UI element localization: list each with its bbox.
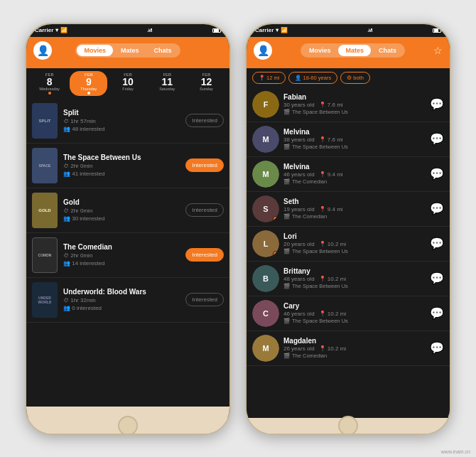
mate-name-melvina1: Melvina — [283, 128, 426, 136]
date-item-feb9[interactable]: Feb 9 Thursday — [70, 71, 107, 96]
mate-avatar-seth: S — [252, 195, 279, 222]
filter-both[interactable]: ⚙ both — [340, 72, 370, 84]
mate-item-magdalen: M Magdalen 26 years old 📍 10.2 mi 🎬The C… — [247, 331, 450, 366]
mate-movie-fabian: 🎬The Space Between Us — [283, 109, 426, 115]
movie-interested-space: 👥 41 interested — [63, 171, 180, 177]
movie-duration-split: ⏱ 1hr 57min — [63, 118, 180, 124]
mate-avatar-brittany: B — [252, 265, 279, 292]
chat-btn-brittany[interactable]: 💬 — [430, 271, 444, 285]
home-button[interactable] — [118, 416, 138, 435]
mate-info-brittany: Brittany 48 years old 📍 10.2 mi 🎬The Spa… — [283, 267, 426, 289]
movie-info-underworld: Underworld: Blood Wars ⏱ 1hr 32min 👥 0 i… — [63, 282, 180, 318]
right-phone: Carrier ▾ 📶 10:47 AM 👤 Movies Mates Chat… — [245, 23, 451, 435]
mate-info-melvina1: Melvina 38 years old 📍 7.6 mi 🎬The Space… — [283, 128, 426, 150]
interested-btn-gold[interactable]: Interested — [185, 203, 224, 217]
mate-avatar-fabian: F — [252, 91, 279, 118]
mate-movie-melvina1: 🎬The Space Between Us — [283, 144, 426, 150]
mate-item-melvina1: M Melvina 38 years old 📍 7.6 mi 🎬The Spa… — [247, 122, 450, 157]
movie-poster-space: SPACE — [32, 148, 58, 183]
chat-btn-cary[interactable]: 💬 — [430, 306, 444, 320]
mate-avatar-cary: C — [252, 300, 279, 327]
mate-name-magdalen: Magdalen — [283, 337, 426, 345]
interested-btn-comedian[interactable]: Interested — [185, 248, 224, 262]
tab-chats-right[interactable]: Chats — [372, 45, 404, 56]
chat-btn-lori[interactable]: 💬 — [430, 237, 444, 250]
app-header-right: 👤 Movies Mates Chats ☆ — [247, 37, 450, 68]
tab-movies-right[interactable]: Movies — [302, 45, 338, 56]
movie-interested-gold: 👥 30 interested — [63, 215, 180, 222]
interested-btn-underworld[interactable]: Interested — [185, 293, 224, 306]
movie-item-underworld: UNDER WORLD Underworld: Blood Wars ⏱ 1hr… — [26, 278, 229, 323]
tab-movies[interactable]: Movies — [77, 45, 113, 56]
movie-duration-gold: ⏱ 2hr 0min — [63, 208, 180, 214]
mate-info-magdalen: Magdalen 26 years old 📍 10.2 mi 🎬The Com… — [283, 337, 426, 359]
date-item-feb11[interactable]: Feb 11 Saturday — [148, 71, 186, 96]
movie-title-split: Split — [63, 109, 180, 117]
battery-area — [212, 28, 221, 33]
user-avatar-right[interactable]: 👤 — [254, 41, 272, 60]
mate-item-lori: L Lori 20 years old 📍 10.2 mi 🎬The Space… — [247, 227, 450, 262]
chat-btn-melvina2[interactable]: 💬 — [430, 167, 444, 181]
mate-name-cary: Cary — [283, 302, 426, 310]
mates-filters: 📍 12 mi 👤 18-60 years ⚙ both — [247, 68, 450, 87]
mate-info-seth: Seth 19 years old 📍 9.4 mi 🎬The Comedian — [283, 198, 426, 220]
mate-age-dist-brittany: 48 years old 📍 10.2 mi — [283, 276, 426, 282]
tab-mates[interactable]: Mates — [114, 45, 146, 56]
user-avatar[interactable]: 👤 — [33, 41, 52, 60]
home-button-right[interactable] — [338, 416, 358, 435]
movie-info-comedian: The Comedian ⏱ 2hr 0min 👥 14 interested — [63, 237, 180, 273]
mate-info-lori: Lori 20 years old 📍 10.2 mi 🎬The Space B… — [283, 232, 426, 254]
notch — [107, 24, 149, 34]
mate-name-fabian: Fabian — [283, 93, 426, 101]
interested-btn-split[interactable]: Interested — [185, 114, 224, 127]
filter-age[interactable]: 👤 18-60 years — [288, 72, 337, 84]
mate-age-dist-seth: 19 years old 📍 9.4 mi — [283, 206, 426, 213]
mate-movie-seth: 🎬The Comedian — [283, 213, 426, 220]
movie-interested-underworld: 👥 0 interested — [63, 305, 180, 311]
movie-poster-gold: GOLD — [32, 193, 58, 228]
chat-btn-fabian[interactable]: 💬 — [430, 97, 444, 111]
chat-btn-magdalen[interactable]: 💬 — [430, 341, 444, 355]
movie-info-gold: Gold ⏱ 2hr 0min 👥 30 interested — [63, 193, 180, 228]
header-top-right: 👤 Movies Mates Chats ☆ — [254, 41, 443, 60]
tab-group: Movies Mates Chats — [75, 43, 180, 58]
mate-age-dist-magdalen: 26 years old 📍 10.2 mi — [283, 345, 426, 352]
notch-right — [327, 24, 369, 34]
chat-btn-melvina1[interactable]: 💬 — [430, 132, 444, 146]
movie-duration-space: ⏱ 2hr 0min — [63, 163, 180, 169]
online-indicator-lori — [273, 251, 278, 257]
battery-icon-right — [433, 28, 441, 33]
mate-name-lori: Lori — [283, 232, 426, 240]
mate-item-cary: C Cary 46 years old 📍 10.2 mi 🎬The Space… — [247, 296, 450, 331]
online-indicator-seth — [273, 216, 278, 222]
tab-mates-right[interactable]: Mates — [338, 45, 371, 56]
date-item-feb8[interactable]: Feb 8 Wednesday — [31, 71, 68, 96]
star-button[interactable]: ☆ — [433, 45, 443, 56]
watermark: www.inam.cn — [441, 449, 470, 454]
movie-poster-split: SPLIT — [32, 103, 58, 139]
mate-age-dist-fabian: 30 years old 📍 7.6 mi — [283, 102, 426, 108]
interested-btn-space[interactable]: Interested — [185, 158, 224, 172]
mate-age-dist-lori: 20 years old 📍 10.2 mi — [283, 241, 426, 247]
chat-btn-seth[interactable]: 💬 — [430, 202, 444, 215]
movie-list: SPLIT Split ⏱ 1hr 57min 👥 48 interested … — [26, 99, 229, 407]
header-top: 👤 Movies Mates Chats — [33, 41, 222, 60]
filter-distance[interactable]: 📍 12 mi — [252, 72, 286, 84]
movie-interested-comedian: 👥 14 interested — [63, 260, 180, 267]
tab-chats[interactable]: Chats — [147, 45, 179, 56]
mate-name-brittany: Brittany — [283, 267, 426, 275]
movie-interested-split: 👥 48 interested — [63, 126, 180, 132]
carrier-label-right: Carrier ▾ 📶 — [255, 27, 288, 33]
movie-item-split: SPLIT Split ⏱ 1hr 57min 👥 48 interested … — [26, 99, 229, 144]
date-item-feb10[interactable]: Feb 10 Friday — [109, 71, 146, 96]
home-button-area — [26, 418, 229, 434]
battery-area-right — [433, 28, 441, 33]
movie-info-split: Split ⏱ 1hr 57min 👥 48 interested — [63, 103, 180, 139]
home-button-area-right — [247, 418, 450, 434]
mate-item-melvina2: M Melvina 46 years old 📍 9.4 mi 🎬The Com… — [247, 157, 450, 192]
mate-avatar-lori: L — [252, 230, 279, 257]
mate-item-brittany: B Brittany 48 years old 📍 10.2 mi 🎬The S… — [247, 262, 450, 296]
mates-list: F Fabian 30 years old 📍 7.6 mi 🎬The Spac… — [247, 87, 450, 418]
mate-movie-lori: 🎬The Space Between Us — [283, 248, 426, 254]
date-item-feb12[interactable]: Feb 12 Sunday — [188, 71, 225, 96]
